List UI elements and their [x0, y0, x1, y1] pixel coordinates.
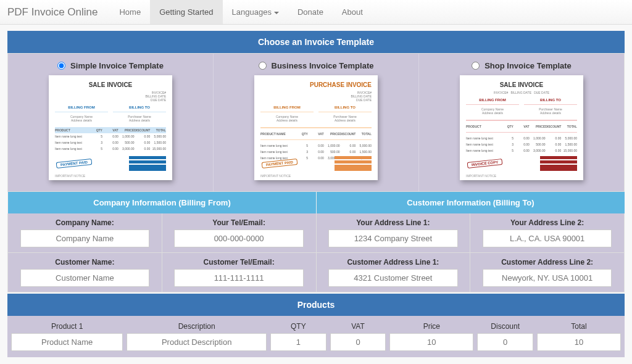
product-price-label: Price: [389, 322, 473, 331]
customer-name-input[interactable]: [20, 269, 149, 287]
company-addr2-input[interactable]: [483, 230, 612, 247]
navbar: PDF Invoice Online Home Getting Started …: [0, 0, 632, 25]
thumb-title: SALE INVOICE: [55, 81, 166, 88]
company-addr1-cell: Your Address Line 1:: [317, 213, 471, 253]
nav-languages[interactable]: Languages: [223, 0, 288, 24]
customer-tel-cell: Customer Tel/Email:: [162, 253, 317, 292]
product-qty-label: QTY: [270, 322, 326, 331]
thumb-stamp: PAYMENT PAID: [56, 159, 93, 168]
thumb-from: BILLING FROM: [55, 105, 108, 109]
company-addr1-input[interactable]: [328, 230, 457, 247]
product-vat-label: VAT: [330, 322, 386, 331]
nav-donate[interactable]: Donate: [288, 0, 333, 24]
thumb-title: SALE INVOICE: [466, 81, 577, 88]
product-vat-cell: VAT: [330, 322, 386, 351]
company-tel-cell: Your Tel/Email:: [162, 213, 317, 253]
thumb-to: BILLING TO: [524, 98, 577, 102]
nav-getting-started[interactable]: Getting Started: [150, 0, 222, 24]
customer-info-head: Customer Information (Billing To): [316, 192, 625, 213]
customer-addr1-cell: Customer Address Line 1:: [317, 253, 471, 292]
template-simple-thumb: SALE INVOICE INVOICE#BILLING DATEDUE DAT…: [49, 75, 172, 180]
template-simple-radio[interactable]: [57, 62, 65, 70]
thumb-meta: INVOICE#BILLING DATEDUE DATE: [260, 91, 372, 102]
template-business-thumb: PURCHASE INVOICE INVOICE#BILLING DATEDUE…: [254, 75, 378, 180]
product-name-input[interactable]: [11, 333, 123, 351]
company-name-input[interactable]: [20, 230, 149, 247]
customer-tel-input[interactable]: [174, 269, 303, 287]
customer-addr2-label: Customer Address Line 2:: [475, 258, 619, 267]
customer-row: Customer Name: Customer Tel/Email: Custo…: [7, 253, 625, 292]
product-total-label: Total: [537, 322, 621, 331]
customer-addr1-input[interactable]: [328, 269, 457, 287]
nav-home[interactable]: Home: [110, 0, 150, 24]
thumb-note: IMPORTANT NOTICE: [260, 174, 291, 178]
company-name-cell: Company Name:: [7, 213, 162, 253]
company-info-head: Company Information (Billing From): [7, 192, 316, 213]
customer-addr2-cell: Customer Address Line 2:: [470, 253, 625, 292]
thumb-from: BILLING FROM: [260, 105, 314, 109]
template-shop-thumb: SALE INVOICE INVOICE# BILLING DATE DUE D…: [460, 75, 583, 180]
product-price-input[interactable]: [389, 333, 473, 351]
product-discount-cell: Discount: [477, 322, 533, 351]
template-shop[interactable]: Shop Invoice Template SALE INVOICE INVOI…: [418, 54, 624, 191]
product-qty-input[interactable]: [270, 333, 326, 351]
company-tel-input[interactable]: [174, 230, 303, 247]
customer-addr1-label: Customer Address Line 1:: [322, 258, 465, 267]
thumb-to: BILLING TO: [318, 105, 372, 109]
template-shop-radio[interactable]: [472, 62, 480, 70]
thumb-meta: INVOICE# BILLING DATE DUE DATE: [466, 91, 577, 94]
nav-about[interactable]: About: [333, 0, 372, 24]
template-section-title: Choose an Invoice Template: [7, 31, 625, 53]
template-business-label[interactable]: Business Invoice Template: [259, 61, 374, 70]
thumb-meta: INVOICE#BILLING DATEDUE DATE: [55, 91, 166, 102]
thumb-stamp: INVOICE COPY: [467, 159, 503, 168]
product-desc-cell: Description: [127, 322, 267, 351]
product-total-input[interactable]: [537, 333, 621, 351]
product-desc-label: Description: [127, 322, 267, 331]
customer-tel-label: Customer Tel/Email:: [167, 258, 311, 267]
product-name-cell: Product 1: [11, 322, 123, 351]
product-qty-cell: QTY: [270, 322, 326, 351]
product-price-cell: Price: [389, 322, 473, 351]
company-name-label: Company Name:: [13, 218, 157, 227]
customer-name-label: Customer Name:: [13, 258, 157, 267]
template-business-text: Business Invoice Template: [272, 61, 374, 70]
company-addr1-label: Your Address Line 1:: [322, 218, 465, 227]
template-simple-text: Simple Invoice Template: [70, 61, 164, 70]
product-desc-input[interactable]: [127, 333, 267, 351]
thumb-to: BILLING TO: [113, 105, 166, 109]
customer-name-cell: Customer Name:: [7, 253, 162, 292]
product-name-label: Product 1: [11, 322, 123, 331]
company-addr2-label: Your Address Line 2:: [475, 218, 619, 227]
thumb-from: BILLING FROM: [466, 98, 519, 102]
chevron-down-icon: [274, 12, 279, 14]
product-vat-input[interactable]: [330, 333, 386, 351]
template-simple[interactable]: Simple Invoice Template SALE INVOICE INV…: [8, 54, 213, 191]
company-row: Company Name: Your Tel/Email: Your Addre…: [7, 213, 625, 253]
thumb-note: IMPORTANT NOTICE: [466, 174, 496, 178]
product-discount-label: Discount: [477, 322, 533, 331]
template-business-radio[interactable]: [259, 62, 267, 70]
info-subheads: Company Information (Billing From) Custo…: [7, 192, 625, 213]
template-shop-label[interactable]: Shop Invoice Template: [472, 61, 572, 70]
template-shop-text: Shop Invoice Template: [484, 61, 572, 70]
product-total-cell: Total: [537, 322, 621, 351]
main-content: Choose an Invoice Template Simple Invoic…: [0, 25, 632, 364]
template-simple-label[interactable]: Simple Invoice Template: [57, 61, 164, 70]
customer-addr2-input[interactable]: [483, 269, 612, 287]
thumb-title: PURCHASE INVOICE: [260, 81, 372, 88]
template-options: Simple Invoice Template SALE INVOICE INV…: [7, 53, 625, 192]
thumb-note: IMPORTANT NOTICE: [55, 174, 85, 178]
products-title: Products: [7, 294, 625, 316]
brand[interactable]: PDF Invoice Online: [7, 6, 98, 19]
nav-languages-label: Languages: [232, 7, 272, 17]
template-business[interactable]: Business Invoice Template PURCHASE INVOI…: [213, 54, 418, 191]
company-tel-label: Your Tel/Email:: [167, 218, 311, 227]
product-discount-input[interactable]: [477, 333, 533, 351]
company-addr2-cell: Your Address Line 2:: [470, 213, 625, 253]
product-row: Product 1 Description QTY VAT Price Disc…: [7, 316, 625, 357]
